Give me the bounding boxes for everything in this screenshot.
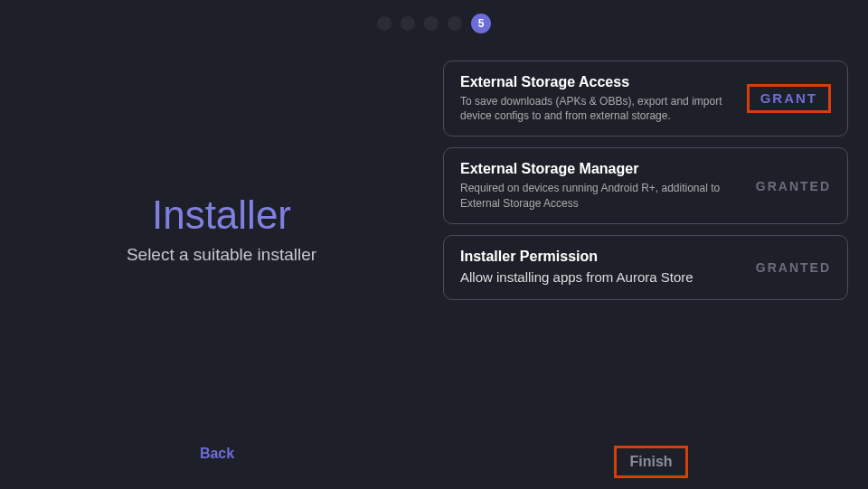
- stepper: 5: [0, 0, 868, 33]
- permission-card-external-storage-manager: External Storage Manager Required on dev…: [443, 147, 848, 223]
- highlight-box: Finish: [614, 446, 687, 478]
- permission-desc: To save downloads (APKs & OBBs), export …: [460, 94, 738, 123]
- permission-card-installer-permission: Installer Permission Allow installing ap…: [443, 235, 848, 300]
- step-dot-3: [424, 16, 439, 31]
- permission-title: External Storage Manager: [460, 161, 747, 177]
- page-subtitle: Select a suitable installer: [127, 245, 316, 265]
- step-dot-4: [448, 16, 462, 31]
- granted-label: GRANTED: [756, 260, 831, 275]
- left-panel: Installer Select a suitable installer: [0, 61, 443, 432]
- finish-button[interactable]: Finish: [629, 454, 672, 469]
- highlight-box: GRANT: [747, 84, 831, 113]
- permission-title: Installer Permission: [460, 249, 747, 265]
- permission-desc: Allow installing apps from Aurora Store: [460, 268, 747, 287]
- grant-button[interactable]: GRANT: [757, 85, 821, 111]
- page-title: Installer: [152, 193, 291, 238]
- back-button[interactable]: Back: [200, 446, 234, 478]
- bottom-nav: Back Finish: [0, 446, 868, 478]
- step-dot-1: [377, 16, 392, 31]
- permission-desc: Required on devices running Android R+, …: [460, 181, 747, 210]
- step-dot-5: 5: [471, 14, 491, 33]
- permission-card-external-storage-access: External Storage Access To save download…: [443, 61, 848, 136]
- step-dot-2: [401, 16, 415, 31]
- permission-title: External Storage Access: [460, 74, 738, 90]
- granted-label: GRANTED: [756, 179, 831, 193]
- permissions-panel: External Storage Access To save download…: [443, 61, 868, 432]
